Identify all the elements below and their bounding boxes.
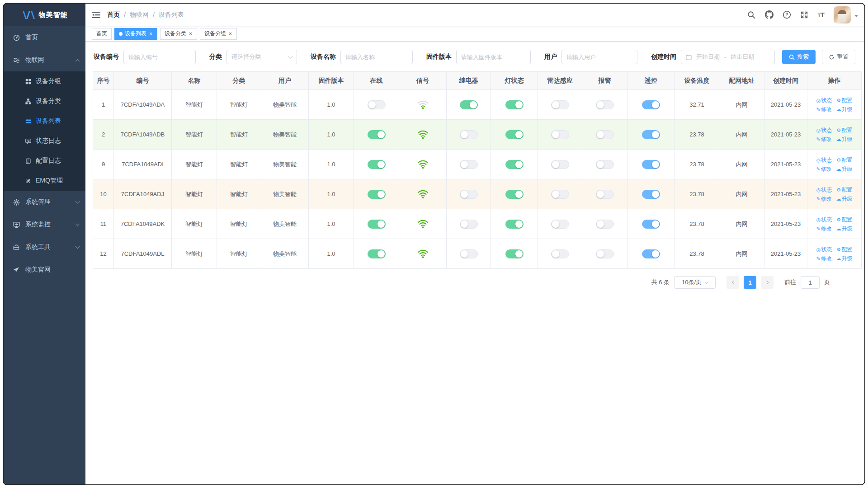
remote-toggle[interactable] xyxy=(642,100,660,109)
light-toggle[interactable] xyxy=(505,100,524,109)
remote-toggle[interactable] xyxy=(642,249,660,258)
radar-toggle[interactable] xyxy=(551,190,569,199)
github-icon[interactable] xyxy=(765,10,774,19)
sidebar-toggle-icon[interactable] xyxy=(92,10,101,19)
light-toggle[interactable] xyxy=(505,130,524,139)
remote-toggle[interactable] xyxy=(642,160,660,169)
sidebar-item-device-category[interactable]: 设备分类 xyxy=(4,91,85,111)
relay-toggle[interactable] xyxy=(460,249,478,258)
reset-button[interactable]: 重置 xyxy=(822,50,855,64)
config-link[interactable]: ⚙配置 xyxy=(836,216,852,223)
radar-toggle[interactable] xyxy=(551,249,569,258)
page-size-select[interactable]: 10条/页 xyxy=(674,276,716,289)
config-link[interactable]: ⚙配置 xyxy=(836,157,852,163)
tab-device-list[interactable]: 设备列表× xyxy=(114,28,157,40)
sidebar-item-system-monitor[interactable]: 系统监控 xyxy=(4,213,85,236)
edit-link[interactable]: ✎修改 xyxy=(816,196,831,202)
sidebar-item-device-list[interactable]: 设备列表 xyxy=(4,111,85,131)
sidebar-item-status-log[interactable]: 状态日志 xyxy=(4,131,85,151)
category-select[interactable]: 请选择分类 xyxy=(226,50,297,64)
alarm-toggle[interactable] xyxy=(596,249,614,258)
relay-toggle[interactable] xyxy=(460,220,478,229)
page-number-button[interactable]: 1 xyxy=(744,276,756,289)
fullscreen-icon[interactable] xyxy=(800,10,809,19)
remote-toggle[interactable] xyxy=(642,130,660,139)
config-link[interactable]: ⚙配置 xyxy=(836,97,852,103)
sidebar-item-iot[interactable]: 物联网 xyxy=(4,49,85,71)
sidebar-item-device-group[interactable]: 设备分组 xyxy=(4,71,85,91)
font-size-icon[interactable]: TT xyxy=(818,11,825,19)
relay-toggle[interactable] xyxy=(460,190,478,199)
light-toggle[interactable] xyxy=(505,220,524,229)
firmware-input[interactable] xyxy=(456,50,531,64)
alarm-toggle[interactable] xyxy=(596,160,614,169)
search-button[interactable]: 搜索 xyxy=(782,50,816,64)
alarm-toggle[interactable] xyxy=(596,220,614,229)
light-toggle[interactable] xyxy=(505,160,524,169)
online-toggle[interactable] xyxy=(368,249,386,258)
relay-toggle[interactable] xyxy=(460,100,478,109)
sidebar-item-home[interactable]: 首页 xyxy=(4,26,85,49)
device-no-input[interactable] xyxy=(123,50,196,64)
close-icon[interactable]: × xyxy=(228,31,232,37)
radar-toggle[interactable] xyxy=(551,220,569,229)
relay-toggle[interactable] xyxy=(460,130,478,139)
status-link[interactable]: ◎状态 xyxy=(816,246,832,253)
radar-toggle[interactable] xyxy=(551,130,569,139)
light-toggle[interactable] xyxy=(505,190,524,199)
upgrade-link[interactable]: ☁升级 xyxy=(836,106,853,113)
config-link[interactable]: ⚙配置 xyxy=(836,246,852,253)
edit-link[interactable]: ✎修改 xyxy=(816,255,831,262)
next-page-button[interactable] xyxy=(761,276,774,289)
config-link[interactable]: ⚙配置 xyxy=(836,127,852,133)
breadcrumb-home[interactable]: 首页 xyxy=(107,11,120,19)
close-icon[interactable]: × xyxy=(189,31,193,37)
edit-link[interactable]: ✎修改 xyxy=(816,225,831,232)
device-name-input[interactable] xyxy=(340,50,413,64)
help-icon[interactable]: ? xyxy=(783,10,791,19)
tab-home[interactable]: 首页 xyxy=(92,28,112,40)
breadcrumb-iot[interactable]: 物联网 xyxy=(130,11,149,19)
upgrade-link[interactable]: ☁升级 xyxy=(836,225,853,232)
online-toggle[interactable] xyxy=(368,190,386,199)
sidebar-item-system-tools[interactable]: 系统工具 xyxy=(4,236,85,258)
online-toggle[interactable] xyxy=(368,100,386,109)
status-link[interactable]: ◎状态 xyxy=(816,216,832,223)
user-menu[interactable] xyxy=(834,6,858,23)
alarm-toggle[interactable] xyxy=(596,190,614,199)
status-link[interactable]: ◎状态 xyxy=(816,127,832,133)
brand-logo[interactable]: 物美智能 xyxy=(4,4,85,26)
radar-toggle[interactable] xyxy=(551,100,569,109)
config-link[interactable]: ⚙配置 xyxy=(836,187,852,193)
online-toggle[interactable] xyxy=(368,220,386,229)
upgrade-link[interactable]: ☁升级 xyxy=(836,136,853,142)
upgrade-link[interactable]: ☁升级 xyxy=(836,255,853,262)
remote-toggle[interactable] xyxy=(642,190,660,199)
tab-device-category[interactable]: 设备分类× xyxy=(160,28,197,40)
status-link[interactable]: ◎状态 xyxy=(816,187,832,193)
sidebar-item-emq-manage[interactable]: EMQ管理 xyxy=(4,171,85,191)
search-icon[interactable] xyxy=(747,10,756,19)
tab-device-group[interactable]: 设备分组× xyxy=(200,28,237,40)
sidebar-item-config-log[interactable]: 配置日志 xyxy=(4,151,85,171)
remote-toggle[interactable] xyxy=(642,220,660,229)
edit-link[interactable]: ✎修改 xyxy=(816,106,831,113)
light-toggle[interactable] xyxy=(505,249,524,258)
sidebar-item-system-manage[interactable]: 系统管理 xyxy=(4,191,85,213)
user-input[interactable] xyxy=(561,50,637,64)
edit-link[interactable]: ✎修改 xyxy=(816,136,831,142)
sidebar-item-official-site[interactable]: 物美官网 xyxy=(4,258,85,281)
alarm-toggle[interactable] xyxy=(596,100,614,109)
upgrade-link[interactable]: ☁升级 xyxy=(836,196,853,202)
goto-page-input[interactable] xyxy=(801,276,820,289)
close-icon[interactable]: × xyxy=(149,31,153,37)
online-toggle[interactable] xyxy=(368,160,386,169)
prev-page-button[interactable] xyxy=(726,276,739,289)
alarm-toggle[interactable] xyxy=(596,130,614,139)
upgrade-link[interactable]: ☁升级 xyxy=(836,166,853,172)
date-range-picker[interactable]: 开始日期 - 结束日期 xyxy=(681,50,775,64)
online-toggle[interactable] xyxy=(368,130,386,139)
edit-link[interactable]: ✎修改 xyxy=(816,166,831,172)
status-link[interactable]: ◎状态 xyxy=(816,97,832,103)
status-link[interactable]: ◎状态 xyxy=(816,157,832,163)
